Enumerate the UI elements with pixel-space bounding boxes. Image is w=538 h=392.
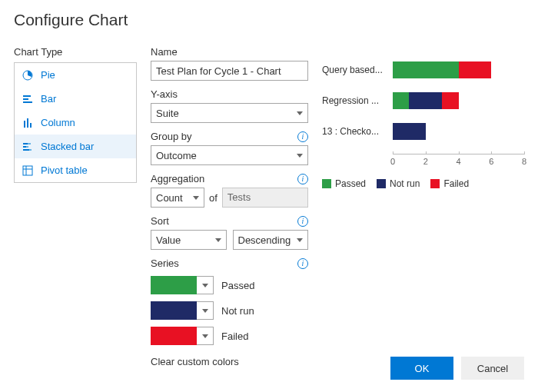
axis-tick: 2 bbox=[423, 154, 428, 166]
chart-bar-track bbox=[393, 123, 524, 140]
chart-bar-segment bbox=[409, 92, 442, 109]
svg-rect-3 bbox=[23, 101, 32, 103]
color-swatch bbox=[151, 327, 197, 345]
axis-tick: 0 bbox=[390, 154, 395, 166]
svg-rect-2 bbox=[23, 98, 28, 100]
series-color-picker[interactable] bbox=[151, 327, 214, 345]
chart-bar-row: Query based... bbox=[322, 61, 524, 78]
legend-swatch bbox=[430, 179, 440, 188]
svg-rect-7 bbox=[23, 143, 28, 145]
chart-type-label-text: Pivot table bbox=[41, 164, 88, 176]
chart-bar-segment bbox=[393, 92, 409, 109]
svg-rect-9 bbox=[23, 146, 26, 148]
chart-bar-track bbox=[393, 61, 524, 78]
svg-rect-6 bbox=[30, 123, 32, 128]
axis-tick: 8 bbox=[522, 154, 526, 166]
chart-type-label-text: Column bbox=[41, 117, 75, 128]
chart-legend: Passed Not run Failed bbox=[322, 178, 524, 189]
chart-bar-track bbox=[393, 92, 524, 109]
svg-rect-5 bbox=[27, 118, 28, 128]
info-icon[interactable]: i bbox=[297, 216, 308, 227]
chart-type-label-text: Bar bbox=[41, 93, 56, 105]
groupby-label: Group by bbox=[151, 131, 191, 142]
chevron-down-icon bbox=[197, 301, 214, 320]
chart-x-axis: 02468 bbox=[393, 154, 524, 169]
chart-type-pivot-table[interactable]: Pivot table bbox=[15, 158, 136, 182]
chart-type-bar[interactable]: Bar bbox=[15, 87, 136, 111]
aggregation-field: Tests bbox=[222, 188, 308, 208]
sort-by-select[interactable]: Value bbox=[151, 230, 227, 250]
pie-icon bbox=[22, 70, 33, 81]
series-color-picker[interactable] bbox=[151, 276, 214, 294]
sort-dir-select[interactable]: Descending bbox=[233, 230, 309, 250]
chart-type-label-text: Stacked bar bbox=[41, 141, 94, 152]
aggregation-fn-select[interactable]: Count bbox=[151, 188, 204, 208]
series-color-picker[interactable] bbox=[151, 301, 214, 320]
color-swatch bbox=[151, 276, 197, 294]
axis-tick: 4 bbox=[456, 154, 460, 166]
svg-rect-11 bbox=[23, 149, 29, 151]
info-icon[interactable]: i bbox=[297, 258, 308, 269]
chart-type-column[interactable]: Column bbox=[15, 111, 136, 135]
ok-button[interactable]: OK bbox=[390, 357, 453, 380]
svg-rect-13 bbox=[23, 166, 32, 175]
configure-chart-dialog: Configure Chart Chart Type Pie Bar bbox=[0, 0, 538, 392]
name-label: Name bbox=[151, 46, 308, 58]
chart-config-form: Name Y-axis Suite Group by i Outcome Agg… bbox=[151, 46, 308, 367]
chart-bar-segment bbox=[459, 61, 492, 78]
chart-bar-segment bbox=[442, 92, 458, 109]
chart-type-stacked-bar[interactable]: Stacked bar bbox=[15, 135, 136, 158]
svg-rect-4 bbox=[24, 121, 25, 128]
series-failed: Failed bbox=[151, 327, 308, 345]
aggregation-of-text: of bbox=[209, 192, 218, 204]
color-swatch bbox=[151, 301, 197, 320]
chart-bar-segment bbox=[393, 61, 459, 78]
legend-label: Passed bbox=[335, 178, 366, 189]
svg-rect-10 bbox=[26, 146, 28, 148]
sort-label: Sort bbox=[151, 215, 169, 227]
series-passed: Passed bbox=[151, 276, 308, 294]
info-icon[interactable]: i bbox=[297, 131, 308, 142]
chart-type-label: Chart Type bbox=[14, 46, 137, 58]
info-icon[interactable]: i bbox=[297, 174, 308, 184]
pivot-table-icon bbox=[22, 165, 33, 176]
chart-category-label: Regression ... bbox=[322, 95, 393, 106]
series-name: Failed bbox=[221, 331, 248, 342]
chart-bar-segment bbox=[393, 123, 426, 140]
chevron-down-icon bbox=[197, 276, 214, 294]
svg-rect-12 bbox=[29, 149, 32, 151]
chart-bar-row: 13 : Checko... bbox=[322, 123, 524, 140]
legend-swatch bbox=[322, 179, 331, 188]
legend-label: Failed bbox=[443, 178, 469, 189]
series-not-run: Not run bbox=[151, 301, 308, 320]
yaxis-select[interactable]: Suite bbox=[151, 103, 308, 123]
name-input[interactable] bbox=[151, 61, 308, 81]
dialog-footer: OK Cancel bbox=[390, 357, 524, 380]
chart-category-label: 13 : Checko... bbox=[322, 126, 393, 137]
chart-bar-row: Regression ... bbox=[322, 92, 524, 109]
groupby-select[interactable]: Outcome bbox=[151, 145, 308, 165]
chart-preview: Query based...Regression ...13 : Checko.… bbox=[322, 46, 524, 367]
chart-type-list: Pie Bar Column bbox=[14, 62, 137, 183]
series-label: Series bbox=[151, 257, 179, 269]
legend-item: Not run bbox=[377, 178, 420, 189]
yaxis-label: Y-axis bbox=[151, 88, 178, 100]
legend-swatch bbox=[377, 179, 386, 188]
axis-tick: 6 bbox=[489, 154, 493, 166]
legend-item: Failed bbox=[430, 178, 469, 189]
svg-rect-8 bbox=[28, 143, 31, 145]
chart-category-label: Query based... bbox=[322, 65, 393, 75]
legend-item: Passed bbox=[322, 178, 366, 189]
chevron-down-icon bbox=[197, 327, 214, 345]
cancel-button[interactable]: Cancel bbox=[461, 357, 524, 380]
clear-custom-colors-link[interactable]: Clear custom colors bbox=[151, 356, 308, 367]
chart-type-pie[interactable]: Pie bbox=[15, 63, 136, 87]
series-name: Passed bbox=[221, 280, 254, 291]
chart-type-label-text: Pie bbox=[41, 69, 55, 81]
column-icon bbox=[22, 118, 33, 128]
series-name: Not run bbox=[221, 305, 254, 317]
aggregation-label: Aggregation bbox=[151, 173, 204, 184]
stacked-bar-icon bbox=[22, 141, 33, 152]
svg-rect-1 bbox=[23, 95, 31, 97]
bar-icon bbox=[22, 94, 33, 105]
